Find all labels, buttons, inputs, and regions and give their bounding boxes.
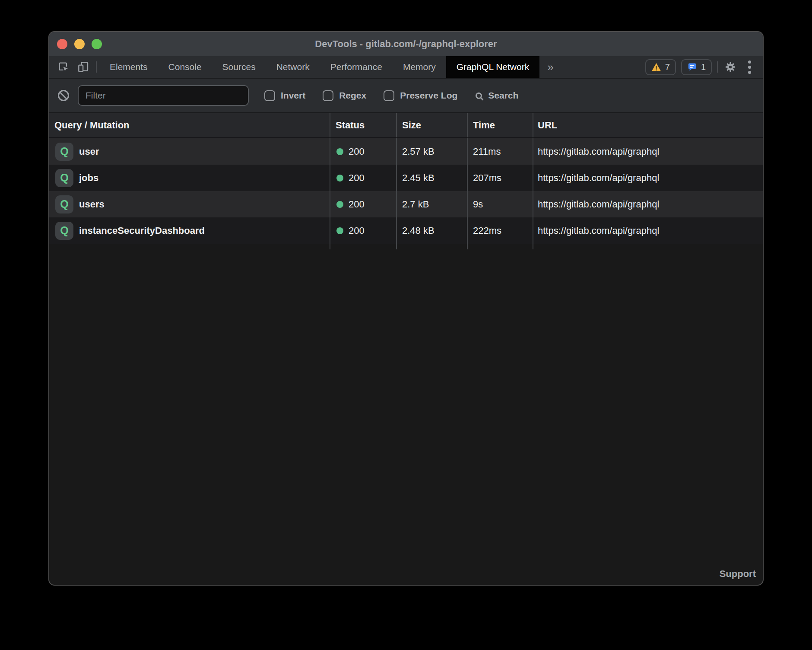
status-cell: 200 bbox=[330, 138, 397, 165]
checkbox-box bbox=[264, 90, 275, 101]
invert-checkbox[interactable]: Invert bbox=[264, 90, 305, 101]
query-name: instanceSecurityDashboard bbox=[79, 225, 205, 236]
table-row[interactable]: Q user 200 2.57 kB 211ms https://gitlab.… bbox=[49, 138, 763, 165]
size-cell: 2.45 kB bbox=[397, 165, 468, 191]
status-code: 200 bbox=[349, 199, 365, 210]
checkbox-box bbox=[323, 90, 333, 101]
status-cell: 200 bbox=[330, 191, 397, 217]
status-cell: 200 bbox=[330, 217, 397, 244]
status-code: 200 bbox=[349, 225, 365, 236]
more-tabs-icon[interactable]: » bbox=[539, 56, 561, 78]
column-header-time[interactable]: Time bbox=[468, 113, 533, 137]
invert-label: Invert bbox=[281, 90, 305, 101]
controls-divider bbox=[717, 61, 718, 73]
kebab-menu-icon[interactable] bbox=[743, 60, 756, 74]
toolbar-divider bbox=[96, 61, 97, 73]
tab-elements[interactable]: Elements bbox=[99, 56, 158, 78]
column-header-status[interactable]: Status bbox=[330, 113, 397, 137]
search-icon bbox=[476, 92, 482, 99]
size-cell: 2.48 kB bbox=[397, 217, 468, 244]
query-cell: Q instanceSecurityDashboard bbox=[49, 217, 330, 244]
preserve-log-label: Preserve Log bbox=[400, 90, 457, 101]
tool-icons bbox=[49, 56, 96, 78]
query-name: jobs bbox=[79, 172, 98, 184]
status-cell: 200 bbox=[330, 165, 397, 191]
query-type-badge: Q bbox=[55, 169, 73, 187]
query-name: user bbox=[79, 146, 99, 157]
column-header-size[interactable]: Size bbox=[397, 113, 468, 137]
query-cell: Q jobs bbox=[49, 165, 330, 191]
query-cell: Q user bbox=[49, 138, 330, 165]
warnings-badge[interactable]: 7 bbox=[645, 59, 676, 75]
clear-block-icon[interactable] bbox=[58, 90, 69, 101]
query-type-badge: Q bbox=[55, 222, 73, 240]
warning-count: 7 bbox=[665, 62, 670, 72]
status-ok-dot bbox=[336, 201, 343, 208]
search-label: Search bbox=[488, 90, 518, 101]
column-separator-tail bbox=[49, 244, 763, 249]
tabbar-right-controls: 7 1 bbox=[645, 56, 763, 78]
url-cell: https://gitlab.com/api/graphql bbox=[533, 138, 763, 165]
device-toolbar-icon[interactable] bbox=[76, 60, 91, 74]
status-ok-dot bbox=[336, 175, 343, 182]
message-icon bbox=[687, 62, 697, 72]
titlebar: DevTools - gitlab.com/-/graphql-explorer bbox=[49, 32, 763, 56]
warning-icon bbox=[651, 63, 661, 72]
graphql-requests-table: Query / Mutation Status Size Time URL Q … bbox=[49, 113, 763, 249]
tab-graphql-network[interactable]: GraphQL Network bbox=[446, 56, 539, 78]
column-header-query-mutation[interactable]: Query / Mutation bbox=[49, 113, 330, 137]
traffic-lights bbox=[57, 39, 102, 49]
time-cell: 222ms bbox=[468, 217, 533, 244]
time-cell: 211ms bbox=[468, 138, 533, 165]
table-header: Query / Mutation Status Size Time URL bbox=[49, 113, 763, 138]
tab-console[interactable]: Console bbox=[158, 56, 212, 78]
url-cell: https://gitlab.com/api/graphql bbox=[533, 217, 763, 244]
status-code: 200 bbox=[349, 146, 365, 157]
filter-input[interactable] bbox=[78, 85, 249, 106]
table-row[interactable]: Q instanceSecurityDashboard 200 2.48 kB … bbox=[49, 217, 763, 244]
query-name: users bbox=[79, 199, 105, 210]
tab-performance[interactable]: Performance bbox=[320, 56, 393, 78]
query-type-badge: Q bbox=[55, 195, 73, 213]
url-cell: https://gitlab.com/api/graphql bbox=[533, 165, 763, 191]
size-cell: 2.57 kB bbox=[397, 138, 468, 165]
time-cell: 9s bbox=[468, 191, 533, 217]
checkbox-box bbox=[384, 90, 394, 101]
panel-tabs: Elements Console Sources Network Perform… bbox=[99, 56, 561, 78]
devtools-tabbar: Elements Console Sources Network Perform… bbox=[49, 56, 763, 79]
devtools-window: DevTools - gitlab.com/-/graphql-explorer bbox=[48, 31, 764, 586]
column-header-url[interactable]: URL bbox=[533, 113, 763, 137]
status-code: 200 bbox=[349, 172, 365, 184]
settings-gear-icon[interactable] bbox=[723, 60, 738, 74]
status-ok-dot bbox=[336, 227, 343, 234]
table-row[interactable]: Q jobs 200 2.45 kB 207ms https://gitlab.… bbox=[49, 165, 763, 191]
time-cell: 207ms bbox=[468, 165, 533, 191]
tab-memory[interactable]: Memory bbox=[393, 56, 446, 78]
table-row[interactable]: Q users 200 2.7 kB 9s https://gitlab.com… bbox=[49, 191, 763, 217]
tab-sources[interactable]: Sources bbox=[212, 56, 266, 78]
tab-network[interactable]: Network bbox=[266, 56, 320, 78]
issues-count: 1 bbox=[701, 62, 706, 72]
status-ok-dot bbox=[336, 148, 343, 155]
window-title: DevTools - gitlab.com/-/graphql-explorer bbox=[49, 38, 763, 50]
url-cell: https://gitlab.com/api/graphql bbox=[533, 191, 763, 217]
filter-toolbar: Invert Regex Preserve Log Search bbox=[49, 79, 763, 113]
screen: DevTools - gitlab.com/-/graphql-explorer bbox=[0, 0, 812, 650]
regex-checkbox[interactable]: Regex bbox=[323, 90, 366, 101]
inspect-element-icon[interactable] bbox=[56, 60, 71, 74]
issues-badge[interactable]: 1 bbox=[681, 59, 712, 75]
maximize-button[interactable] bbox=[92, 39, 102, 49]
size-cell: 2.7 kB bbox=[397, 191, 468, 217]
close-button[interactable] bbox=[57, 39, 67, 49]
preserve-log-checkbox[interactable]: Preserve Log bbox=[384, 90, 457, 101]
query-cell: Q users bbox=[49, 191, 330, 217]
regex-label: Regex bbox=[339, 90, 366, 101]
minimize-button[interactable] bbox=[74, 39, 85, 49]
search-control[interactable]: Search bbox=[476, 90, 518, 101]
support-link[interactable]: Support bbox=[720, 568, 756, 580]
query-type-badge: Q bbox=[55, 143, 73, 161]
